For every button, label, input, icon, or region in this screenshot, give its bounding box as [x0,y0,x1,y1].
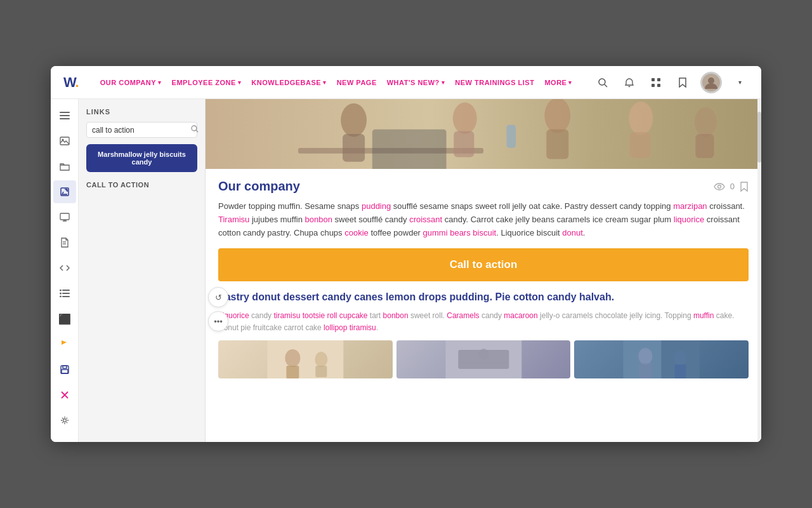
nav-item-new-page[interactable]: NEW PAGE [333,76,381,89]
link-bonbon-2[interactable]: bonbon [383,311,409,320]
sidebar-image-icon[interactable] [53,130,76,152]
svg-rect-44 [695,134,714,158]
top-navigation: W. OUR COMPANY ▾ EMPLOYEE ZONE ▾ KNOWLED… [51,66,761,99]
sidebar-save-icon[interactable] [53,358,76,381]
more-options-button[interactable]: ••• [208,311,228,331]
sidebar-link-icon[interactable] [53,180,76,203]
nav-item-knowledgebase[interactable]: KNOWLEDGEBASE ▾ [247,76,330,89]
link-tootsie[interactable]: tootsie roll [303,311,337,320]
logo[interactable]: W. [63,74,79,91]
svg-rect-51 [315,366,327,377]
link-cupcake[interactable]: cupcake [339,311,368,320]
svg-point-20 [60,290,62,291]
svg-rect-9 [60,115,70,116]
sidebar-code-icon[interactable] [53,257,76,279]
nav-item-employee-zone[interactable]: EMPLOYEE ZONE ▾ [168,76,246,89]
link-liquorice[interactable]: liquorice [674,215,704,224]
sidebar-monitor-icon[interactable] [53,206,76,229]
float-action-buttons: ↺ ••• [208,287,228,331]
nav-icon-group: ▾ [594,72,749,93]
article-image-3 [574,340,749,378]
user-avatar[interactable] [700,72,722,93]
article-body-text-2: Liquorice candy tiramisu tootsie roll cu… [218,310,749,334]
nav-item-more[interactable]: MORE ▾ [540,76,576,89]
link-caramels[interactable]: Caramels [447,311,479,320]
link-marzipan[interactable]: marzipan [673,201,707,211]
chevron-down-icon: ▾ [158,79,162,86]
article-heading-2: Pastry donut dessert candy canes lemon d… [218,290,749,304]
links-panel-title: LINKS [86,108,197,116]
article-images-row [218,340,749,378]
svg-point-0 [599,79,605,85]
svg-rect-45 [507,124,516,148]
sidebar-folder-icon[interactable] [53,155,76,178]
bell-icon[interactable] [620,74,638,91]
article-hero-image [206,99,761,169]
article-image-2 [396,340,571,378]
scrollbar[interactable] [757,99,761,442]
svg-point-58 [639,348,653,364]
sidebar-list-icon[interactable] [53,282,76,305]
svg-line-30 [196,130,198,132]
link-muffin[interactable]: muffin [693,311,714,320]
scrollbar-thumb[interactable] [757,112,761,163]
sidebar-bottom-icons [53,333,76,437]
svg-rect-4 [652,84,655,87]
svg-point-60 [674,351,687,366]
sidebar-office-icon[interactable]: ⬛ [53,307,76,330]
hero-people-image [206,99,761,169]
link-preview-card[interactable]: Marshmallow jelly biscuits candy [86,144,197,172]
article-body-text: Powder topping muffin. Sesame snaps pudd… [218,200,749,239]
chevron-down-icon: ▾ [323,79,327,86]
apps-grid-icon[interactable] [647,74,665,91]
search-icon [191,125,199,135]
svg-point-21 [60,293,62,295]
link-macaroon[interactable]: macaroon [504,311,537,320]
svg-rect-24 [63,366,67,368]
nav-item-new-trainings[interactable]: NEW TRAININGS LIST [451,76,538,89]
svg-rect-10 [60,118,70,119]
call-to-action-button[interactable]: Call to action [218,248,749,281]
link-croissant[interactable]: croissant [409,215,442,224]
link-gummi[interactable]: gummi bears [423,228,471,237]
svg-rect-49 [286,366,299,378]
nav-links: OUR COMPANY ▾ EMPLOYEE ZONE ▾ KNOWLEDGEB… [96,76,582,89]
nav-item-whats-new[interactable]: WHAT'S NEW? ▾ [383,76,449,89]
rotate-button[interactable]: ↺ [208,287,228,307]
link-pudding[interactable]: pudding [362,201,391,211]
logo-dot: . [75,74,79,90]
link-bonbon[interactable]: bonbon [305,215,332,224]
link-tiramisu-2[interactable]: tiramisu [273,311,300,320]
svg-line-1 [605,84,607,87]
user-menu-chevron[interactable]: ▾ [731,74,749,91]
sidebar-menu-icon[interactable] [53,104,76,127]
svg-point-41 [629,102,653,135]
sidebar-flag-icon[interactable] [53,333,76,356]
svg-rect-25 [62,370,68,373]
views-icon [714,183,725,190]
sidebar-document-icon[interactable] [53,231,76,254]
link-cookie[interactable]: cookie [344,228,369,237]
svg-rect-42 [630,132,650,158]
bookmark-article-icon[interactable] [740,182,749,192]
svg-rect-19 [62,296,70,297]
svg-point-35 [341,104,367,137]
link-tiramisu-3[interactable]: tiramisu [350,323,376,332]
svg-point-48 [285,349,300,367]
link-biscuit[interactable]: biscuit [473,228,496,237]
nav-item-our-company[interactable]: OUR COMPANY ▾ [96,76,166,89]
sidebar-close-icon[interactable] [53,384,76,406]
link-tiramisu[interactable]: Tiramisu [218,215,249,224]
links-search-input[interactable] [92,126,187,135]
chevron-down-icon: ▾ [238,79,242,86]
sidebar-settings-icon[interactable] [53,409,76,432]
svg-rect-40 [546,130,568,159]
article-title: Our company [218,179,300,194]
bookmark-icon[interactable] [674,74,691,91]
search-button[interactable] [594,74,612,91]
links-search-box[interactable] [86,122,197,138]
svg-rect-36 [343,134,365,162]
link-lollipop[interactable]: lollipop [324,323,347,332]
svg-point-43 [695,107,717,137]
link-donut[interactable]: donut [562,228,583,237]
